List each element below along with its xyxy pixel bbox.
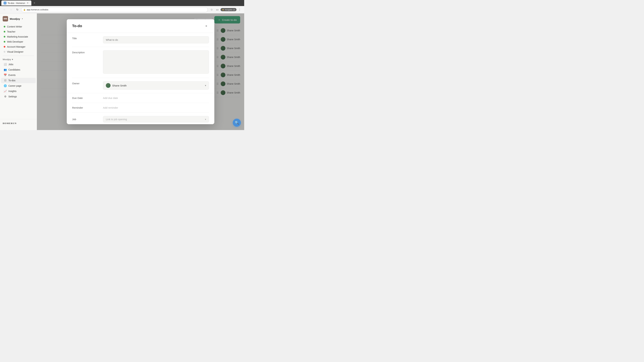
sidebar: MM Moodjoy ▾ Content Writer Teacher Mark… bbox=[0, 13, 37, 130]
sidebar-item-label: Visual Designer bbox=[7, 50, 24, 53]
users-icon: 👥 bbox=[4, 68, 7, 71]
sidebar-item-teacher[interactable]: Teacher bbox=[1, 29, 36, 34]
dot-icon bbox=[4, 46, 5, 48]
sidebar-item-visual-designer[interactable]: Visual Designer bbox=[1, 49, 36, 54]
form-row-description: Description bbox=[72, 47, 209, 78]
title-label: Title bbox=[72, 36, 99, 40]
homerun-logo: HOMERUN bbox=[0, 119, 37, 127]
sidebar-item-label: Account Manager bbox=[7, 45, 26, 48]
todo-modal: To-do × Title Description bbox=[67, 19, 214, 124]
modal-title: To-do bbox=[72, 24, 82, 28]
form-row-due-date: Due Date Add due date bbox=[72, 93, 209, 103]
company-avatar: MM bbox=[3, 16, 8, 21]
form-section-extra: Due Date Add due date Reminder Add remin… bbox=[67, 93, 214, 112]
description-textarea[interactable] bbox=[103, 50, 209, 74]
owner-name: Shane Smith bbox=[112, 84, 126, 87]
main-content: No grouping ▾ ＋ Create to-do ☰ Shane Smi… bbox=[37, 13, 244, 130]
form-row-reminder: Reminder Add reminder bbox=[72, 103, 209, 112]
chart-icon: 📈 bbox=[4, 90, 7, 93]
sidebar-toggle-button[interactable]: ▭ bbox=[215, 7, 220, 12]
reload-button[interactable]: ↻ bbox=[15, 7, 20, 12]
reminder-input[interactable]: Add reminder bbox=[103, 106, 118, 109]
sidebar-item-label: Marketing Associate bbox=[7, 35, 28, 38]
owner-label: Owner bbox=[72, 81, 99, 85]
description-label: Description bbox=[72, 50, 99, 54]
modal-body: Title Description Owner bbox=[67, 33, 214, 124]
sidebar-item-label: Teacher bbox=[7, 30, 16, 33]
sidebar-item-jobs[interactable]: ⬜ Jobs bbox=[1, 62, 36, 67]
search-icon: 🔍 bbox=[235, 121, 239, 125]
modal-close-button[interactable]: × bbox=[204, 23, 209, 29]
sidebar-item-label: Jobs bbox=[8, 63, 14, 66]
job-label: Job bbox=[72, 118, 99, 121]
app-container: MM Moodjoy ▾ Content Writer Teacher Mark… bbox=[0, 13, 244, 130]
title-field-container bbox=[103, 36, 209, 43]
sidebar-section-header: Moodjoy ▾ bbox=[0, 57, 37, 62]
sidebar-header[interactable]: MM Moodjoy ▾ bbox=[0, 16, 37, 24]
dot-icon bbox=[4, 31, 5, 32]
title-input[interactable] bbox=[103, 36, 209, 43]
back-button[interactable]: ← bbox=[2, 7, 7, 12]
bookmark-button[interactable]: ☆ bbox=[209, 7, 214, 12]
sidebar-item-label: Content Writer bbox=[7, 25, 22, 28]
owner-field-container: Shane Smith ▾ bbox=[103, 81, 209, 90]
sidebar-item-marketing-associate[interactable]: Marketing Associate bbox=[1, 34, 36, 39]
sidebar-item-candidates[interactable]: 👥 Candidates bbox=[1, 67, 36, 72]
reminder-label: Reminder bbox=[72, 106, 99, 109]
forward-button[interactable]: → bbox=[8, 7, 14, 12]
form-section-main: Title Description Owner bbox=[67, 33, 214, 93]
dot-icon bbox=[4, 51, 5, 53]
sidebar-item-events[interactable]: 📅 Events bbox=[1, 72, 36, 78]
sidebar-item-web-developer[interactable]: Web Developer bbox=[1, 39, 36, 44]
address-bar[interactable]: 🔒 app.homerun.co/todos bbox=[21, 7, 208, 12]
address-text: app.homerun.co/todos bbox=[27, 8, 48, 11]
form-row-title: Title bbox=[72, 33, 209, 47]
nav-actions: ☆ ▭ 🕵 Incognito (2) ⋮ bbox=[209, 7, 242, 12]
company-name: Moodjoy bbox=[10, 17, 20, 20]
gear-icon: ⚙ bbox=[4, 95, 7, 98]
dot-icon bbox=[4, 41, 5, 42]
dot-icon bbox=[4, 36, 5, 37]
menu-button[interactable]: ⋮ bbox=[237, 7, 242, 12]
sidebar-item-label: To-dos bbox=[8, 79, 16, 82]
job-placeholder: Link to job opening bbox=[106, 118, 127, 121]
owner-select[interactable]: Shane Smith ▾ bbox=[103, 81, 209, 90]
due-date-input[interactable]: Add due date bbox=[103, 96, 118, 99]
tab-close-button[interactable]: ✕ bbox=[26, 2, 29, 4]
sidebar-item-career-page[interactable]: 🌐 Career page bbox=[1, 83, 36, 88]
incognito-badge: 🕵 Incognito (2) bbox=[220, 8, 236, 11]
tab-favicon: H bbox=[4, 2, 6, 4]
sidebar-item-label: Settings bbox=[8, 95, 17, 98]
briefcase-icon: ⬜ bbox=[4, 63, 7, 66]
active-tab[interactable]: H To-dos · Homerun ✕ bbox=[1, 0, 31, 5]
owner-chevron-icon: ▾ bbox=[205, 84, 206, 87]
globe-icon: 🌐 bbox=[4, 84, 7, 87]
sidebar-item-label: Events bbox=[8, 74, 16, 76]
owner-avatar bbox=[106, 83, 110, 88]
tab-title: To-dos · Homerun bbox=[8, 2, 25, 4]
modal-header: To-do × bbox=[67, 19, 214, 33]
section-chevron-icon: ▾ bbox=[12, 58, 13, 61]
sidebar-item-content-writer[interactable]: Content Writer bbox=[1, 24, 36, 29]
tab-bar: H To-dos · Homerun ✕ + bbox=[0, 0, 244, 6]
job-select[interactable]: Link to job opening ▾ bbox=[103, 116, 209, 122]
company-chevron-icon: ▾ bbox=[22, 17, 23, 20]
incognito-icon: 🕵 bbox=[222, 8, 224, 11]
form-section-job: Job Link to job opening ▾ bbox=[67, 113, 214, 124]
sidebar-item-label: Career page bbox=[8, 84, 22, 87]
due-date-label: Due Date bbox=[72, 96, 99, 99]
search-chat-button[interactable]: 🔍 bbox=[233, 119, 241, 127]
sidebar-item-label: Candidates bbox=[8, 68, 20, 71]
job-chevron-icon: ▾ bbox=[205, 118, 206, 120]
nav-bar: ← → ↻ 🔒 app.homerun.co/todos ☆ ▭ 🕵 Incog… bbox=[0, 6, 244, 13]
sidebar-item-insights[interactable]: 📈 Insights bbox=[1, 88, 36, 94]
sidebar-item-settings[interactable]: ⚙ Settings bbox=[1, 94, 36, 99]
calendar-icon: 📅 bbox=[4, 73, 7, 77]
new-tab-button[interactable]: + bbox=[32, 1, 37, 5]
incognito-label: Incognito (2) bbox=[225, 9, 235, 11]
sidebar-item-account-manager[interactable]: Account Manager bbox=[1, 44, 36, 49]
section-label: Moodjoy bbox=[3, 58, 11, 61]
form-row-job: Job Link to job opening ▾ bbox=[72, 113, 209, 124]
dot-icon bbox=[4, 26, 5, 27]
sidebar-item-todos[interactable]: ☑ To-dos bbox=[1, 78, 36, 83]
